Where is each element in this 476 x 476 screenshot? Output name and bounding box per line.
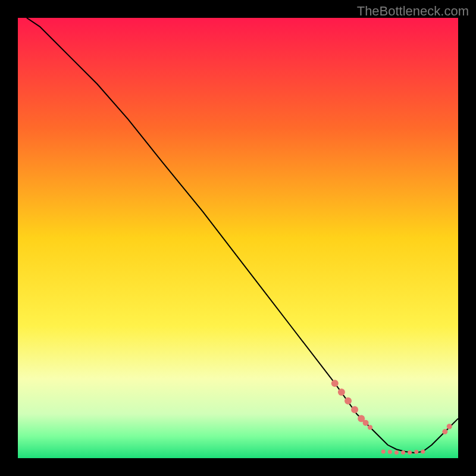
data-point [381,449,386,453]
data-point [401,450,405,455]
data-point [421,449,425,453]
chart-svg [18,18,458,458]
data-point [408,450,412,455]
data-point [442,429,447,434]
curve-line [27,18,458,453]
data-point [414,450,418,454]
data-point [331,380,339,387]
data-point [363,420,369,426]
plot-area [18,18,458,458]
data-point [351,406,358,414]
data-point [345,397,352,405]
data-point [447,424,452,429]
data-point [338,389,345,396]
data-point [394,450,399,455]
data-point [388,450,392,454]
data-point [368,425,372,430]
watermark-text: TheBottleneck.com [357,4,469,19]
